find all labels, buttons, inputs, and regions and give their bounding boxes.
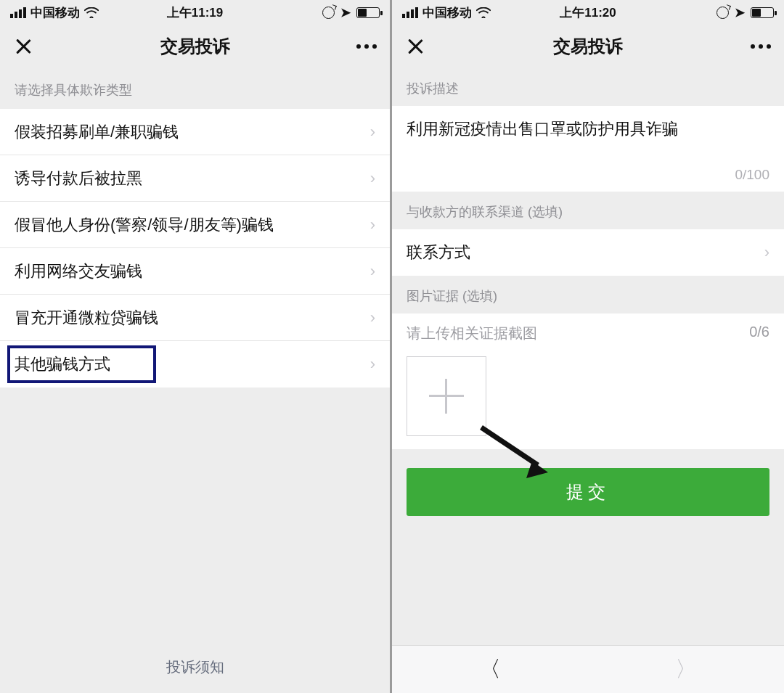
wifi-icon: [476, 7, 491, 18]
fraud-type-row[interactable]: 诱导付款后被拉黑 ›: [0, 155, 390, 202]
chevron-right-icon: ›: [370, 123, 375, 142]
list-item-label: 假冒他人身份(警察/领导/朋友等)骗钱: [15, 214, 274, 236]
chevron-right-icon: ›: [370, 308, 375, 327]
status-bar: 中国移动 上午11:19 ➤: [0, 0, 390, 25]
upload-counter: 0/6: [749, 324, 769, 343]
page-title: 交易投诉: [160, 35, 230, 58]
wifi-icon: [84, 7, 99, 18]
more-button[interactable]: [356, 44, 377, 49]
page-title: 交易投诉: [553, 35, 623, 58]
list-item-label: 冒充开通微粒贷骗钱: [15, 307, 158, 329]
nav-bar: 交易投诉: [392, 25, 784, 68]
status-bar: 中国移动 上午11:20 ➤: [392, 0, 784, 25]
list-item-label: 利用网络交友骗钱: [15, 261, 142, 282]
carrier-label: 中国移动: [30, 4, 80, 21]
complaint-notice-link[interactable]: 投诉须知: [0, 643, 390, 693]
battery-icon: [751, 7, 774, 18]
signal-icon: [10, 7, 26, 18]
location-icon: ➤: [735, 7, 745, 19]
clock: 上午11:20: [552, 4, 624, 21]
contact-method-label: 联系方式: [407, 242, 470, 263]
contact-section-label: 与收款方的联系渠道 (选填): [392, 192, 784, 229]
orientation-lock-icon: [716, 7, 729, 19]
fraud-type-section-label: 请选择具体欺诈类型: [0, 68, 390, 109]
close-button[interactable]: [405, 36, 425, 57]
chevron-right-icon: ›: [370, 355, 375, 374]
description-section-label: 投诉描述: [392, 68, 784, 106]
close-button[interactable]: [13, 36, 33, 57]
chevron-right-icon: 〉: [675, 655, 697, 684]
contact-method-row[interactable]: 联系方式 ›: [392, 229, 784, 276]
more-button[interactable]: [751, 44, 771, 49]
chevron-right-icon: ›: [764, 243, 769, 262]
list-item-label: 其他骗钱方式: [15, 353, 110, 375]
orientation-lock-icon: [322, 7, 335, 19]
list-item-label: 诱导付款后被拉黑: [15, 168, 142, 189]
fraud-type-row[interactable]: 利用网络交友骗钱 ›: [0, 248, 390, 295]
fraud-type-row[interactable]: 假装招募刷单/兼职骗钱 ›: [0, 109, 390, 155]
carrier-label: 中国移动: [422, 4, 472, 21]
description-textarea[interactable]: 利用新冠疫情出售口罩或防护用具诈骗 0/100: [392, 106, 784, 192]
list-item-label: 假装招募刷单/兼职骗钱: [15, 121, 179, 143]
chevron-left-icon: 〈: [479, 655, 501, 684]
fraud-type-list: 假装招募刷单/兼职骗钱 › 诱导付款后被拉黑 › 假冒他人身份(警察/领导/朋友…: [0, 109, 390, 387]
description-counter: 0/100: [407, 163, 769, 184]
fraud-type-row[interactable]: 假冒他人身份(警察/领导/朋友等)骗钱 ›: [0, 202, 390, 248]
plus-icon: [429, 379, 464, 414]
location-icon: ➤: [340, 7, 351, 19]
fraud-type-row-other[interactable]: 其他骗钱方式 ›: [0, 341, 390, 387]
nav-bar: 交易投诉: [0, 25, 390, 68]
bottom-toolbar: 〈 〉: [392, 645, 784, 693]
image-evidence-section-label: 图片证据 (选填): [392, 276, 784, 313]
upload-image-button[interactable]: [407, 356, 486, 436]
chevron-right-icon: ›: [370, 216, 375, 234]
clock: 上午11:19: [159, 4, 232, 21]
forward-button: 〉: [588, 646, 784, 693]
upload-hint: 请上传相关证据截图: [407, 324, 537, 343]
submit-button[interactable]: 提交: [407, 468, 769, 516]
signal-icon: [402, 7, 418, 18]
description-text: 利用新冠疫情出售口罩或防护用具诈骗: [407, 118, 769, 163]
battery-icon: [356, 7, 380, 18]
chevron-right-icon: ›: [370, 262, 375, 281]
fraud-type-row[interactable]: 冒充开通微粒贷骗钱 ›: [0, 295, 390, 341]
back-button[interactable]: 〈: [392, 646, 588, 693]
chevron-right-icon: ›: [370, 169, 375, 188]
